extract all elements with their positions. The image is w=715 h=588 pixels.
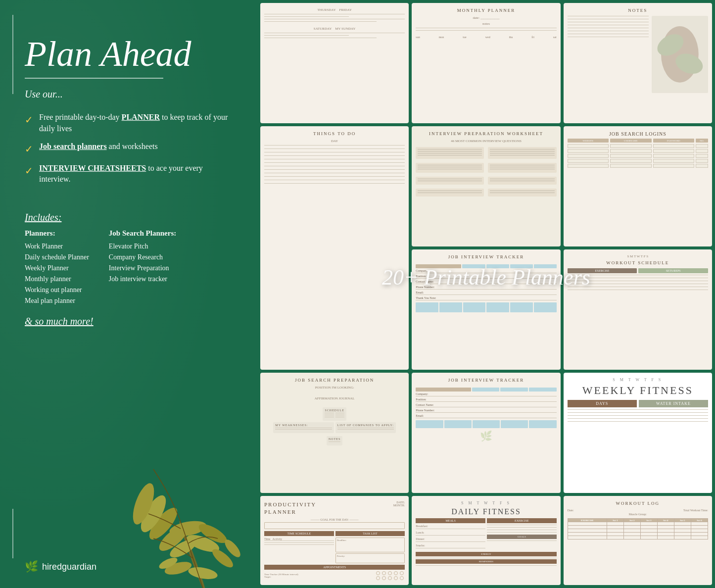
- monthly-title: MONTHLY PLANNER: [457, 8, 516, 13]
- card-subtitle-2: SATURDAY MY SUNDAY: [314, 27, 356, 31]
- job-search-logins-card: JOB SEARCH LOGINS WEBSITE USERNAME PASSW…: [564, 126, 712, 246]
- interview-grid: [416, 147, 556, 196]
- schedule-section: SCHEDULE: [323, 407, 346, 421]
- check-icon-2: ✓: [25, 142, 33, 156]
- card-subtitle-sched: THURSDAY FRIDAY: [317, 8, 352, 12]
- right-panel: THURSDAY FRIDAY SATURDAY MY SUNDAY: [257, 0, 715, 588]
- muscle-group: Muscle Group:: [629, 513, 647, 516]
- workout-log-card: WORKOUT LOG Date: Total Workout Time: Mu…: [564, 496, 712, 585]
- logo-icon: 🌿: [25, 560, 38, 573]
- notes-title: NOTES: [628, 8, 647, 13]
- workout-schedule-card: S M T W T F S WORKOUT SCHEDULE EXERCISE …: [564, 249, 712, 370]
- svg-point-9: [188, 565, 219, 581]
- planners-column: Planners: Work Planner Daily schedule Pl…: [25, 229, 89, 308]
- things-title: THINGS TO DO: [313, 131, 356, 136]
- left-panel: Plan Ahead Use our... ✓ Free printable d…: [0, 0, 257, 588]
- decorative-line-bottom: [12, 509, 13, 558]
- heading-divider: [25, 78, 163, 79]
- planner-item-weekly: Weekly Planner: [25, 264, 89, 272]
- weekly-fitness-rows: [568, 409, 708, 424]
- so-much-more: & so much more!: [25, 316, 233, 327]
- time-tracker: Time Tracker (30 Minute interval)Target:: [264, 571, 405, 580]
- job-search-col-title: Job Search Planners:: [109, 229, 176, 238]
- tracker-title-2: JOB INTERVIEW TRACKER: [448, 378, 524, 383]
- checklist: ✓ Free printable day-to-day PLANNER to k…: [25, 112, 233, 192]
- weekly-fitness-card: S M T W T F S WEEKLY FITNESS DAYS WATER …: [564, 373, 712, 493]
- planner-item-workout: Working out planner: [25, 286, 89, 294]
- daily-schedule-card: THURSDAY FRIDAY SATURDAY MY SUNDAY: [260, 3, 409, 123]
- includes-section: Includes: Planners: Work Planner Daily s…: [25, 212, 233, 308]
- workout-header: EXERCISE SETS/REPS: [568, 268, 708, 273]
- water-intake-header: WATER INTAKE: [639, 400, 708, 407]
- monthly-grid: [483, 40, 489, 68]
- exercise-header: EXERCISE: [487, 518, 557, 523]
- logo-area: 🌿 hiredguardian: [25, 560, 96, 573]
- planners-grid: THURSDAY FRIDAY SATURDAY MY SUNDAY: [257, 0, 715, 588]
- check-icon-1: ✓: [25, 113, 33, 127]
- planner-lines-2: [264, 33, 405, 40]
- includes-columns: Planners: Work Planner Daily schedule Pl…: [25, 229, 233, 308]
- job-prep-title: JOB SEARCH PREPARATION: [295, 378, 374, 383]
- planner-item-daily: Daily schedule Planner: [25, 253, 89, 261]
- weekly-fitness-cols: DAYS WATER INTAKE: [568, 400, 708, 407]
- workout-lines: [568, 275, 708, 293]
- planner-lines-1: [264, 14, 405, 24]
- planner-item-meal: Meal plan planner: [25, 297, 89, 305]
- appointments-section: APPOINTMENTS: [264, 565, 405, 570]
- daily-fitness-card: S M T W T F S DAILY FITNESS MEALS EXERCI…: [412, 496, 560, 585]
- monthly-notes-label: notes: [482, 22, 490, 26]
- planners-list: Work Planner Daily schedule Planner Week…: [25, 243, 89, 305]
- goal-label: ——— GOAL FOR THE DAY: ———: [311, 518, 359, 521]
- login-title: JOB SEARCH LOGINS: [609, 131, 667, 137]
- use-our-text: Use our...: [25, 89, 233, 100]
- job-prep-subtitle: POSITION I'M LOOKING:: [315, 386, 354, 390]
- goal-input-box: [264, 522, 405, 529]
- job-item-elevator: Elevator Pitch: [109, 243, 176, 250]
- main-heading: Plan Ahead: [25, 35, 233, 74]
- login-header: WEBSITE USERNAME PASSWORD NO.: [568, 139, 708, 143]
- interview-subtitle: 46 MOST COMMON INTERVIEW QUESTIONS: [451, 139, 522, 143]
- workout-log-title: WORKOUT LOG: [616, 501, 660, 506]
- daily-smtwtfs: S M T W T F S: [461, 501, 511, 505]
- monthly-planner-card: MONTHLY PLANNER date: ___________ notes …: [412, 3, 560, 123]
- productivity-title: PRODUCTIVITYPLANNER: [264, 501, 316, 515]
- checklist-item-1: ✓ Free printable day-to-day PLANNER to k…: [25, 112, 233, 134]
- weaknesses-companies: MY WEAKNESSES: LIST OF COMPANIES TO APPL…: [273, 422, 396, 435]
- job-search-list: Elevator Pitch Company Research Intervie…: [109, 243, 176, 283]
- notes-sidebar: [652, 16, 708, 93]
- notes-content: [568, 16, 708, 93]
- time-task-header: TIME SCHEDULE TASK LIST: [264, 531, 405, 536]
- interview-title: INTERVIEW PREPARATION WORKSHEET: [429, 131, 543, 136]
- job-search-column: Job Search Planners: Elevator Pitch Comp…: [109, 229, 176, 308]
- workout-table: EXERCISE Set 1 Set 2 Set 3 Set 4 Set 5 S…: [568, 518, 708, 539]
- weekly-smtwtfs: S M T W T F S: [613, 378, 663, 382]
- job-interview-tracker-card-1: JOB INTERVIEW TRACKER Company: Position:…: [412, 249, 560, 370]
- mini-calendar: [332, 43, 337, 56]
- interview-prep-card: INTERVIEW PREPARATION WORKSHEET 46 MOST …: [412, 126, 560, 246]
- days-row: sun mon tue wed thu fri sat: [416, 36, 556, 39]
- things-lines: [264, 145, 405, 187]
- check-icon-3: ✓: [25, 164, 33, 178]
- things-to-do-card: THINGS TO DO DAY: [260, 126, 409, 370]
- login-rows: [568, 144, 708, 168]
- monthly-lines: [416, 28, 556, 33]
- decorative-leaves: [104, 420, 257, 588]
- goals-label: GOALS: [487, 535, 557, 539]
- time-task-body: Time Activity Deadline: Priority:: [264, 538, 405, 563]
- days-header: DAYS: [568, 400, 637, 407]
- planners-col-title: Planners:: [25, 229, 89, 238]
- planner-item-monthly: Monthly planner: [25, 275, 89, 283]
- planner-item-work: Work Planner: [25, 243, 89, 250]
- includes-title: Includes:: [25, 212, 233, 223]
- monthly-date-label: date: ___________: [473, 16, 500, 20]
- decorative-line-top: [12, 15, 13, 94]
- logo-text: hiredguardian: [42, 562, 96, 572]
- checklist-item-2: ✓ Job search planners and worksheets: [25, 141, 233, 156]
- productivity-header: PRODUCTIVITYPLANNER DATE: MONTH:: [264, 501, 405, 518]
- job-search-prep-card: JOB SEARCH PREPARATION POSITION I'M LOOK…: [260, 373, 409, 493]
- workout-smtwtfs: S M T W T F S: [627, 254, 648, 258]
- notes-card: NOTES: [564, 3, 712, 123]
- checklist-item-3: ✓ INTERVIEW CHEATSHEETS to ace your ever…: [25, 163, 233, 185]
- daily-fitness-title: DAILY FITNESS: [451, 507, 521, 516]
- affirmation-label: AFFIRMATION JOURNAL: [315, 396, 355, 400]
